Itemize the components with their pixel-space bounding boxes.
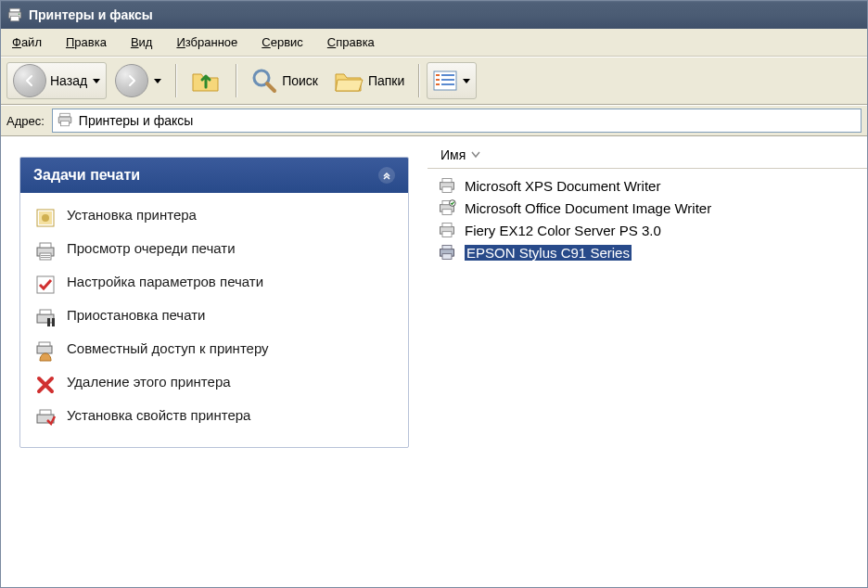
- printer-icon: [437, 198, 457, 217]
- svg-rect-2: [11, 17, 19, 21]
- collapse-icon[interactable]: [378, 167, 395, 184]
- printer-icon: [57, 111, 73, 131]
- menu-help[interactable]: Справка: [324, 32, 378, 52]
- folder-up-icon: [190, 67, 222, 95]
- chevron-down-icon: [93, 79, 100, 83]
- printer-label: Microsoft Office Document Image Writer: [465, 200, 711, 216]
- svg-rect-35: [442, 187, 452, 193]
- menu-bar: Файл Правка Вид Избранное Сервис Справка: [1, 29, 867, 57]
- svg-rect-28: [52, 318, 55, 326]
- content-area: Задачи печати Установка принтера: [1, 136, 867, 587]
- search-label: Поиск: [282, 73, 318, 88]
- task-install-printer[interactable]: Установка принтера: [32, 202, 397, 234]
- task-view-queue[interactable]: Просмотр очереди печати: [32, 236, 397, 267]
- window: Принтеры и факсы Файл Правка Вид Избранн…: [0, 0, 868, 588]
- printer-icon: [437, 221, 457, 239]
- svg-rect-12: [441, 83, 454, 85]
- task-printer-properties[interactable]: Установка свойств принтера: [32, 403, 397, 434]
- separator: [418, 64, 419, 97]
- printer-label: EPSON Stylus C91 Series: [465, 245, 632, 261]
- up-folder-button[interactable]: [184, 62, 228, 99]
- svg-rect-42: [442, 232, 452, 237]
- svg-rect-34: [442, 179, 452, 183]
- task-print-settings[interactable]: Настройка параметров печати: [32, 269, 397, 300]
- folder-icon: [333, 67, 364, 95]
- task-label: Приостановка печати: [67, 307, 395, 325]
- svg-line-5: [267, 83, 274, 91]
- task-label: Удаление этого принтера: [67, 374, 395, 391]
- printer-icon: [437, 243, 457, 262]
- svg-rect-9: [436, 79, 440, 81]
- printers-pane: Имя Microsoft XPS Document Writer Micros…: [428, 136, 867, 587]
- task-label: Настройка параметров печати: [67, 274, 395, 291]
- printer-item-selected[interactable]: EPSON Stylus C91 Series: [435, 241, 860, 263]
- back-button[interactable]: Назад: [6, 62, 107, 99]
- address-input[interactable]: Принтеры и факсы: [52, 109, 862, 133]
- tasks-body: Установка принтера Просмотр очереди печа…: [20, 193, 408, 447]
- menu-favorites[interactable]: Избранное: [172, 32, 241, 52]
- views-button[interactable]: [427, 62, 477, 99]
- printer-item[interactable]: Microsoft XPS Document Writer: [435, 174, 860, 197]
- task-label: Просмотр очереди печати: [67, 240, 395, 258]
- print-tasks-panel: Задачи печати Установка принтера: [19, 157, 409, 448]
- chevron-down-icon: [154, 79, 161, 83]
- folders-button[interactable]: Папки: [326, 62, 411, 99]
- svg-rect-10: [441, 79, 454, 81]
- printer-label: Fiery EX12 Color Server PS 3.0: [465, 223, 661, 238]
- printer-icon: [437, 176, 457, 195]
- printer-list: Microsoft XPS Document Writer Microsoft …: [428, 169, 867, 269]
- svg-rect-21: [40, 253, 51, 260]
- task-label: Совместный доступ к принтеру: [67, 340, 395, 358]
- task-pause-printing[interactable]: Приостановка печати: [32, 302, 397, 334]
- column-header-row: Имя: [428, 146, 867, 169]
- search-button[interactable]: Поиск: [244, 62, 325, 99]
- separator: [175, 64, 176, 97]
- toolbar: Назад Пои: [1, 57, 867, 105]
- wizard-icon: [33, 207, 57, 229]
- settings-check-icon: [33, 274, 57, 296]
- tasks-pane: Задачи печати Установка принтера: [1, 136, 428, 587]
- svg-rect-30: [39, 342, 50, 346]
- menu-file[interactable]: Файл: [8, 32, 45, 52]
- menu-tools[interactable]: Сервис: [258, 32, 307, 52]
- task-delete-printer[interactable]: Удаление этого принтера: [32, 369, 397, 401]
- svg-rect-32: [40, 410, 51, 415]
- printer-icon: [6, 6, 23, 23]
- svg-rect-23: [41, 257, 50, 258]
- svg-rect-0: [10, 8, 20, 12]
- column-name[interactable]: Имя: [437, 146, 484, 164]
- printer-label: Microsoft XPS Document Writer: [465, 178, 660, 194]
- printer-queue-icon: [33, 240, 57, 262]
- task-share-printer[interactable]: Совместный доступ к принтеру: [32, 336, 397, 367]
- search-icon: [250, 67, 278, 95]
- printer-item[interactable]: Fiery EX12 Color Server PS 3.0: [435, 219, 860, 241]
- menu-edit[interactable]: Правка: [62, 32, 110, 52]
- svg-rect-8: [441, 74, 454, 76]
- svg-rect-13: [60, 113, 70, 117]
- address-label: Адрес:: [6, 114, 45, 128]
- tasks-title: Задачи печати: [33, 167, 140, 184]
- title-text: Принтеры и факсы: [29, 7, 153, 22]
- address-bar: Адрес: Принтеры и факсы: [1, 105, 867, 136]
- svg-rect-7: [436, 74, 440, 76]
- task-label: Установка принтера: [67, 207, 395, 224]
- menu-view[interactable]: Вид: [127, 32, 157, 52]
- svg-rect-44: [442, 246, 452, 249]
- forward-button[interactable]: [108, 62, 168, 99]
- svg-rect-22: [41, 255, 50, 256]
- svg-rect-29: [37, 346, 52, 353]
- arrow-left-icon: [13, 64, 46, 97]
- svg-rect-41: [442, 224, 452, 227]
- svg-rect-45: [442, 254, 452, 260]
- back-label: Назад: [50, 73, 87, 88]
- arrow-right-icon: [115, 64, 148, 97]
- tasks-header[interactable]: Задачи печати: [20, 158, 408, 193]
- task-label: Установка свойств принтера: [67, 407, 395, 425]
- printer-item[interactable]: Microsoft Office Document Image Writer: [435, 197, 860, 219]
- svg-point-18: [42, 214, 49, 222]
- svg-point-3: [19, 14, 20, 16]
- svg-rect-15: [60, 121, 69, 125]
- views-icon: [433, 70, 457, 91]
- svg-rect-11: [436, 83, 440, 85]
- folders-label: Папки: [368, 73, 404, 88]
